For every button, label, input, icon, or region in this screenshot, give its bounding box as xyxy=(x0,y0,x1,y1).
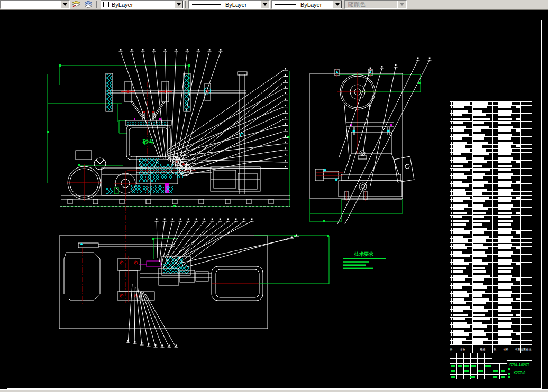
tech-note-line xyxy=(343,258,386,259)
title-block-entry xyxy=(493,376,497,378)
linetype-sample xyxy=(192,4,221,5)
title-block-entry xyxy=(493,370,498,372)
plotstyle-combobox: 随颜色 xyxy=(344,0,407,9)
dropdown-arrow-icon[interactable] xyxy=(174,1,183,8)
bom-header-cell: 单重 xyxy=(515,348,520,351)
cad-window: ByLayer ByLayer ByLayer 随颜色 砂斗技术要求件名称规格数… xyxy=(0,0,548,392)
linetype-combobox[interactable]: ByLayer xyxy=(188,0,270,9)
toolbar-separator xyxy=(185,1,187,8)
color-swatch xyxy=(103,2,109,7)
layers-blue-icon xyxy=(84,1,93,8)
layer-properties-button[interactable] xyxy=(83,0,94,8)
bom-header-cell: 总重 xyxy=(520,348,526,351)
title-block-entry xyxy=(470,376,475,378)
drawing-code: S704.A02KT xyxy=(509,363,529,367)
lineweight-combobox[interactable]: ByLayer xyxy=(271,0,342,9)
tech-note-line xyxy=(343,261,369,263)
bom-table: 件名称规格数材料单重总重备注 xyxy=(450,101,532,353)
title-block: S704.A02KTK2C5-0 xyxy=(450,353,532,379)
toolbar-separator xyxy=(96,1,98,8)
tech-note-title: 技术要求 xyxy=(354,251,374,257)
sheet-code: K2C5-0 xyxy=(514,371,526,375)
plotstyle-combo-label: 随颜色 xyxy=(348,1,366,8)
layers-yellow-icon xyxy=(72,1,81,8)
dropdown-arrow-icon[interactable] xyxy=(60,1,69,8)
title-block-entry xyxy=(501,370,505,372)
title-block-entry xyxy=(451,376,455,378)
layer-combobox[interactable] xyxy=(0,0,70,9)
tech-note-line xyxy=(343,264,366,266)
title-block-entry xyxy=(464,365,469,367)
dropdown-arrow-icon[interactable] xyxy=(333,1,342,8)
lineweight-combo-label: ByLayer xyxy=(300,2,322,8)
title-block-entry xyxy=(501,376,505,378)
color-combobox[interactable]: ByLayer xyxy=(101,0,184,9)
title-block-entry xyxy=(485,365,491,367)
toolbar: ByLayer ByLayer ByLayer 随颜色 xyxy=(0,0,548,10)
top-view xyxy=(59,219,329,348)
title-block-entry xyxy=(478,370,483,372)
drawing-canvas[interactable]: 砂斗技术要求件名称规格数材料单重总重备注S704.A02KTK2C5-0 xyxy=(0,0,548,392)
color-combo-label: ByLayer xyxy=(112,2,133,8)
title-block-entry xyxy=(471,365,476,367)
title-block-entry xyxy=(464,370,469,372)
status-bar xyxy=(0,389,548,392)
bom-header-cell: 规格 xyxy=(480,348,485,351)
bom-header-cell: 件 xyxy=(450,348,453,351)
hopper-label: 砂斗 xyxy=(142,138,154,145)
tech-note-line xyxy=(343,268,373,269)
side-view xyxy=(310,58,432,225)
bom-header-cell: 材料 xyxy=(503,348,508,351)
dropdown-arrow-icon xyxy=(397,1,406,8)
make-layer-current-button[interactable] xyxy=(71,0,82,8)
title-block-entry xyxy=(451,365,455,367)
bom-header-cell: 数 xyxy=(494,348,496,351)
title-block-entry xyxy=(451,370,455,372)
linetype-combo-label: ByLayer xyxy=(225,2,246,8)
title-block-entry xyxy=(458,365,462,367)
bom-header-cell: 备注 xyxy=(526,348,532,351)
dropdown-arrow-icon[interactable] xyxy=(260,1,269,8)
bom-header-cell: 名称 xyxy=(460,348,465,351)
lineweight-sample xyxy=(275,4,296,5)
sheet-frames xyxy=(7,20,541,388)
